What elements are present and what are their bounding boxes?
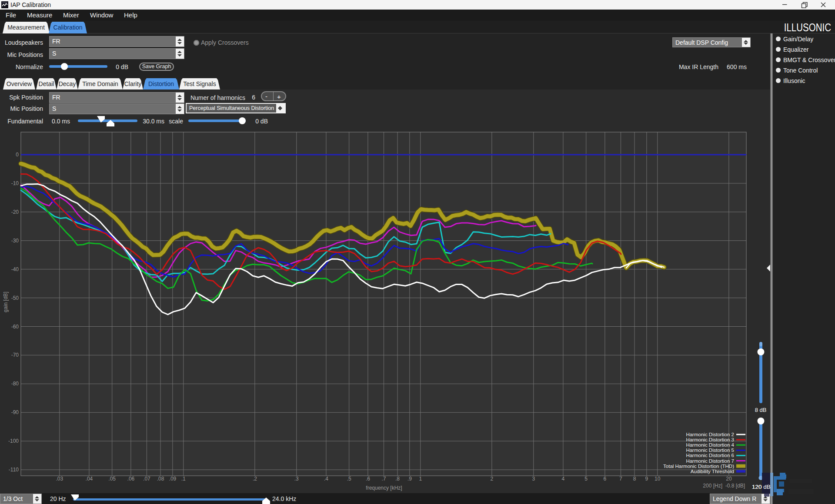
svg-text:.09: .09 <box>169 476 177 482</box>
svg-text:.5: .5 <box>347 476 351 482</box>
svg-text:.6: .6 <box>366 476 370 482</box>
svg-text:.1: .1 <box>181 476 186 482</box>
svg-text:7: 7 <box>619 476 622 482</box>
svg-text:Harmonic Distortion 6: Harmonic Distortion 6 <box>686 453 734 458</box>
svg-text:Harmonic Distortion 4: Harmonic Distortion 4 <box>686 442 734 448</box>
svg-text:Audibility Threshold: Audibility Threshold <box>691 469 734 474</box>
svg-text:4: 4 <box>562 476 565 482</box>
svg-text:-90: -90 <box>11 409 19 415</box>
svg-text:.05: .05 <box>108 476 116 482</box>
svg-text:1: 1 <box>419 476 422 482</box>
svg-text:.06: .06 <box>127 476 135 482</box>
svg-text:frequency [kHz]: frequency [kHz] <box>366 485 402 491</box>
svg-text:.07: .07 <box>143 476 150 482</box>
svg-text:Total Harmonic Distortion (THD: Total Harmonic Distortion (THD) <box>663 464 734 469</box>
svg-text:.4: .4 <box>324 476 328 482</box>
svg-text:-80: -80 <box>11 381 19 387</box>
svg-text:-40: -40 <box>11 266 19 272</box>
svg-text:3: 3 <box>532 476 535 482</box>
svg-text:.9: .9 <box>407 476 412 482</box>
svg-text:Harmonic Distortion 5: Harmonic Distortion 5 <box>686 448 734 453</box>
svg-text:8 dB: 8 dB <box>755 407 767 413</box>
svg-text:.3: .3 <box>294 476 299 482</box>
svg-text:-30: -30 <box>11 238 19 244</box>
svg-text:Harmonic Distortion 3: Harmonic Distortion 3 <box>686 437 734 442</box>
svg-text:10: 10 <box>655 476 661 482</box>
svg-text:-20: -20 <box>11 209 19 215</box>
svg-text:20: 20 <box>726 476 732 482</box>
svg-text:.08: .08 <box>157 476 164 482</box>
svg-text:.8: .8 <box>395 476 400 482</box>
svg-text:-50: -50 <box>11 295 19 301</box>
svg-text:-110: -110 <box>9 467 19 473</box>
svg-text:8: 8 <box>633 476 636 482</box>
svg-text:-60: -60 <box>11 324 19 330</box>
svg-text:2: 2 <box>491 476 494 482</box>
svg-text:gain [dB]: gain [dB] <box>3 292 9 312</box>
svg-text:-10: -10 <box>11 180 19 186</box>
svg-text:-100: -100 <box>8 438 19 444</box>
svg-text:0: 0 <box>16 152 19 158</box>
svg-text:Harmonic Distortion 7: Harmonic Distortion 7 <box>686 458 734 464</box>
svg-text:9: 9 <box>645 476 648 482</box>
svg-text:.04: .04 <box>86 476 93 482</box>
svg-text:6: 6 <box>604 476 607 482</box>
svg-text:200 [Hz] -0.8 [dB]: 200 [Hz] -0.8 [dB] <box>703 483 745 489</box>
svg-text:5: 5 <box>584 476 588 482</box>
svg-text:Harmonic Distortion 2: Harmonic Distortion 2 <box>686 432 734 437</box>
svg-text:.03: .03 <box>56 476 63 482</box>
svg-text:-70: -70 <box>11 352 19 358</box>
svg-text:.2: .2 <box>253 476 257 482</box>
svg-text:.7: .7 <box>381 476 386 482</box>
